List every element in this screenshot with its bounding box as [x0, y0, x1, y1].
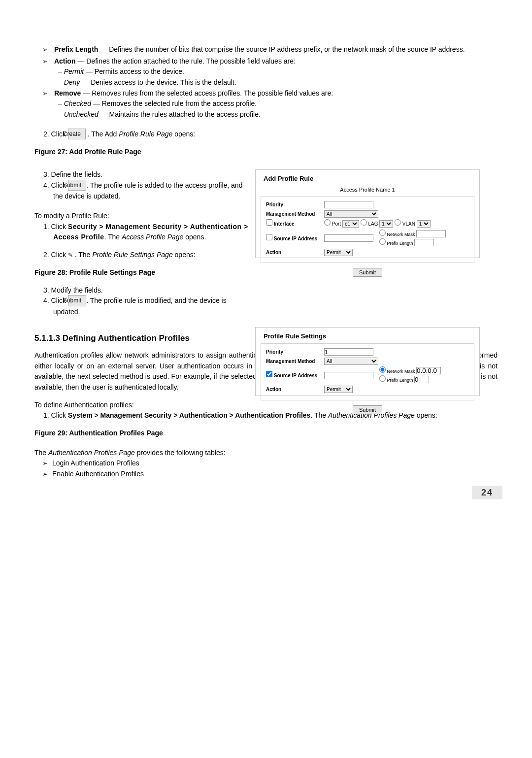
text: Login Authentication Profiles [52, 459, 139, 467]
action-label: Action [266, 249, 324, 257]
step-3: 3. Define the fields. [34, 169, 251, 180]
para-tables: The Authentication Profiles Page provide… [34, 448, 246, 459]
modify-1: 1. Click Security > Management Security … [34, 222, 251, 243]
text: — Removes rules from the selected access… [81, 89, 333, 97]
text: . The [310, 411, 328, 419]
text: The [34, 449, 48, 457]
page-name: Access Profile Page [122, 233, 183, 241]
pencil-icon: ✎ [68, 252, 73, 259]
text: opens. [183, 233, 206, 241]
action-select[interactable]: Permit [324, 386, 353, 393]
sip-input[interactable] [324, 234, 373, 242]
modify-intro: To modify a Profile Rule: [34, 211, 251, 222]
action-label: Action [266, 386, 324, 394]
mgmt-select[interactable]: All [324, 210, 378, 218]
bullet-prefix-length: Prefix Length — Defines the number of bi… [42, 44, 498, 55]
text: opens: [173, 251, 196, 259]
text: provides the following tables: [135, 449, 226, 457]
panel-subtitle: Access Profile Name 1 [256, 186, 479, 194]
li-enable-auth: Enable Authentication Profiles [42, 469, 498, 480]
text: — Defines the action attached to the rul… [75, 57, 295, 65]
text: Enable Authentication Profiles [52, 470, 144, 478]
text: — Defines the number of bits that compri… [98, 45, 465, 53]
text: 1. Click [43, 223, 68, 231]
priority-input[interactable] [324, 348, 373, 356]
vlan-radio[interactable]: VLAN 1 [395, 219, 431, 228]
define-intro: To define Authentication profiles: [34, 400, 498, 411]
modify-2: 2. Click ✎ . The Profile Rule Settings P… [34, 250, 251, 261]
panel-title: Profile Rule Settings [256, 331, 479, 341]
li-login-auth: Login Authentication Profiles [42, 458, 498, 469]
profile-rule-settings-panel: Profile Rule Settings Priority Managemen… [255, 327, 480, 396]
text: 2. Click [43, 251, 68, 259]
modify-4: 4. Click Submit. The profile rule is mod… [34, 296, 251, 317]
label: Checked [64, 99, 91, 107]
text: — Removes the selected rule from the acc… [91, 99, 257, 107]
label: Deny [64, 78, 80, 86]
lag-radio[interactable]: LAG 1 [361, 219, 394, 228]
text: — Denies access to the device. This is t… [80, 78, 236, 86]
text: 1. Click [43, 411, 68, 419]
figure-27-caption: Figure 27: Add Profile Rule Page [34, 147, 498, 158]
text: — Permits access to the device. [84, 67, 184, 75]
text: opens: [172, 130, 195, 138]
sip-checkbox[interactable] [266, 234, 272, 240]
subitem-checked: – Checked — Removes the selected rule fr… [34, 99, 498, 109]
priority-label: Priority [266, 201, 324, 209]
action-select[interactable]: Permit [324, 249, 353, 256]
label: Remove [54, 89, 81, 97]
mgmt-label: Management Method [266, 358, 324, 365]
sip-label: Source IP Address [266, 371, 324, 380]
text: — Maintains the rules attached to the ac… [99, 110, 261, 118]
subitem-unchecked: – Unchecked — Maintains the rules attach… [34, 109, 498, 120]
sip-checkbox[interactable] [266, 371, 272, 377]
text: . The [104, 233, 122, 241]
iface-checkbox[interactable] [266, 219, 272, 226]
add-profile-rule-panel: Add Profile Rule Access Profile Name 1 P… [255, 169, 480, 258]
bullet-action: Action — Defines the action attached to … [42, 56, 498, 67]
text: . The Add [88, 130, 119, 138]
priority-label: Priority [266, 348, 324, 356]
sip-input[interactable] [324, 372, 373, 379]
breadcrumb: System > Management Security > Authentic… [68, 411, 311, 419]
label: Prefix Length [54, 45, 98, 53]
submit-button[interactable]: Submit [353, 268, 382, 277]
plen-radio[interactable]: Prefix Length [379, 375, 441, 384]
mgmt-label: Management Method [266, 210, 324, 218]
define-1: 1. Click System > Management Security > … [34, 410, 498, 421]
mgmt-select[interactable]: All [324, 358, 378, 365]
bullet-remove: Remove — Removes rules from the selected… [42, 88, 498, 99]
submit-button[interactable]: Submit [68, 295, 86, 306]
modify-3: 3. Modify the fields. [34, 285, 251, 296]
page-name: Profile Rule Page [119, 130, 172, 138]
subitem-permit: – Permit — Permits access to the device. [34, 66, 498, 77]
page-name: Profile Rule Settings Page [92, 251, 172, 259]
text: opens: [415, 411, 437, 419]
text: . The [73, 251, 92, 259]
submit-button[interactable]: Submit [68, 180, 86, 191]
page-name: Authentication Profiles Page [48, 449, 135, 457]
subitem-deny: – Deny — Denies access to the device. Th… [34, 77, 498, 88]
label: Permit [64, 67, 84, 75]
nmask-radio[interactable]: Network Mask [379, 366, 441, 375]
iface-label: Interface [266, 219, 324, 228]
sip-label: Source IP Address [266, 234, 324, 243]
priority-input[interactable] [324, 201, 373, 208]
step-4: 4. Click Submit. The profile rule is add… [34, 180, 251, 202]
panel-title: Add Profile Rule [256, 174, 479, 184]
figure-29-caption: Figure 29: Authentication Profiles Page [34, 428, 498, 439]
step-2-click-create: 2. Click Create . The Add Profile Rule P… [34, 129, 498, 140]
figure-28-caption: Figure 28: Profile Rule Settings Page [34, 267, 251, 278]
create-button[interactable]: Create [68, 129, 86, 140]
label: Action [54, 57, 76, 65]
nmask-radio[interactable]: Network Mask [379, 230, 446, 238]
submit-button[interactable]: Submit [353, 405, 382, 414]
plen-radio[interactable]: Prefix Length [379, 238, 446, 247]
port-radio[interactable]: Port e1 [324, 219, 359, 228]
label: Unchecked [64, 110, 99, 118]
page-number: 24 [472, 486, 502, 499]
